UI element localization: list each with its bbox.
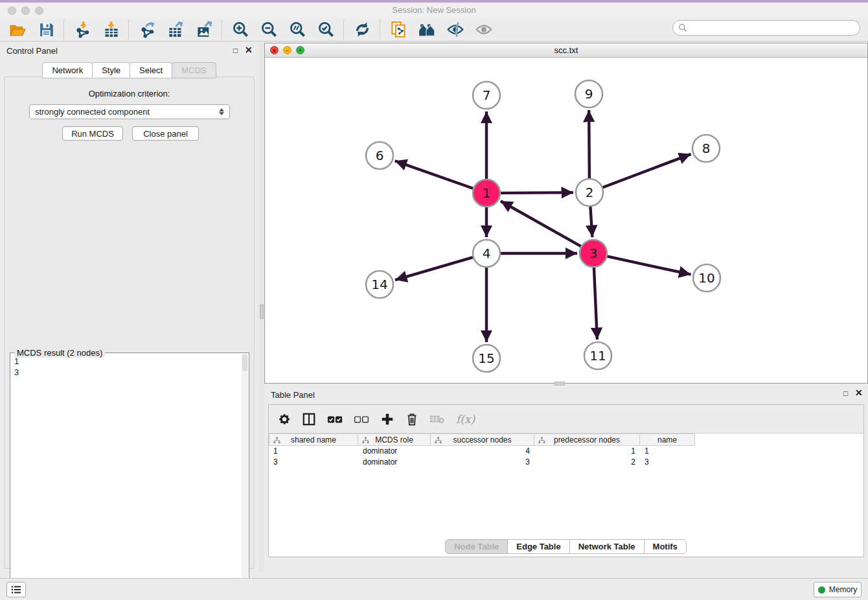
table-header-row[interactable]: shared nameMCDS rolesuccessor nodesprede… — [269, 433, 695, 446]
tab-edge-table[interactable]: Edge Table — [507, 539, 569, 554]
settings-gear-icon[interactable] — [278, 411, 291, 428]
edge-1-6[interactable] — [395, 161, 474, 188]
cell-predecessor-nodes[interactable]: 1 — [534, 446, 640, 457]
cell-MCDS-role[interactable]: dominator — [358, 446, 431, 457]
edge-2-3[interactable] — [590, 207, 592, 237]
close-panel-icon[interactable]: ✕ — [245, 45, 253, 54]
result-scrollbar-thumb[interactable] — [242, 354, 247, 371]
column-header-name[interactable]: name — [640, 433, 695, 446]
cell-predecessor-nodes[interactable]: 2 — [534, 457, 640, 468]
save-session-icon[interactable] — [37, 21, 55, 39]
export-table-icon[interactable] — [166, 21, 185, 39]
vertical-splitter[interactable] — [259, 43, 264, 571]
network-minimize-button[interactable]: − — [283, 46, 291, 54]
zoom-in-icon[interactable] — [231, 21, 249, 39]
memory-button[interactable]: Memory — [814, 582, 862, 597]
edge-1-2[interactable] — [501, 192, 573, 193]
column-header-predecessor-nodes[interactable]: predecessor nodes — [534, 433, 640, 446]
optimization-criterion-select[interactable]: strongly connected component — [29, 104, 230, 119]
zoom-window-button[interactable] — [35, 6, 43, 15]
node-14[interactable]: 14 — [366, 271, 393, 298]
cell-successor-nodes[interactable]: 3 — [431, 457, 534, 468]
column-header-MCDS-role[interactable]: MCDS role — [358, 433, 431, 446]
node-11[interactable]: 11 — [584, 342, 611, 369]
network-window-titlebar[interactable]: x − + scc.txt — [265, 43, 867, 58]
split-panel-icon[interactable] — [302, 411, 316, 428]
tab-style[interactable]: Style — [92, 62, 130, 78]
edge-2-8[interactable] — [603, 154, 691, 187]
birdseye-icon[interactable] — [446, 21, 464, 39]
delete-icon[interactable] — [405, 411, 418, 428]
edge-2-9[interactable] — [589, 110, 589, 178]
tab-network-table[interactable]: Network Table — [569, 539, 645, 554]
network-zoom-button[interactable]: + — [296, 46, 304, 54]
import-table-icon[interactable] — [102, 21, 120, 39]
node-10[interactable]: 10 — [693, 264, 720, 292]
search-icon — [678, 23, 687, 32]
edge-3-1[interactable] — [501, 201, 581, 246]
mcds-result-text[interactable]: 1 3 — [12, 356, 241, 596]
node-2[interactable]: 2 — [576, 179, 603, 206]
tab-node-table[interactable]: Node Table — [445, 539, 508, 554]
column-header-successor-nodes[interactable]: successor nodes — [431, 433, 534, 446]
cell-name[interactable]: 1 — [640, 446, 695, 457]
close-window-button[interactable] — [8, 6, 16, 15]
window-controls[interactable] — [8, 6, 43, 15]
zoom-out-icon[interactable] — [260, 21, 278, 39]
float-panel-icon[interactable]: □ — [233, 46, 238, 55]
edge-3-11[interactable] — [594, 268, 597, 340]
node-9[interactable]: 9 — [575, 80, 602, 108]
node-1[interactable]: 1 — [473, 179, 500, 207]
node-3[interactable]: 3 — [580, 240, 607, 267]
search-input[interactable] — [691, 23, 854, 33]
network-graph[interactable]: 1234678910111415 — [265, 58, 867, 383]
run-mcds-button[interactable]: Run MCDS — [62, 126, 123, 141]
minimize-window-button[interactable] — [21, 6, 30, 15]
table-rows[interactable]: 1dominator4113dominator323 — [269, 446, 695, 468]
tab-motifs[interactable]: Motifs — [644, 539, 687, 554]
select-all-columns-icon[interactable] — [327, 411, 343, 428]
delete-table-icon — [429, 411, 445, 428]
zoom-selected-icon[interactable] — [317, 21, 335, 39]
node-table[interactable]: shared nameMCDS rolesuccessor nodesprede… — [269, 433, 695, 468]
cell-shared-name[interactable]: 1 — [269, 446, 358, 457]
splitter-handle[interactable] — [260, 305, 264, 319]
close-panel-button[interactable]: Close panel — [132, 126, 199, 141]
node-15[interactable]: 15 — [473, 345, 500, 372]
import-network-icon[interactable] — [73, 21, 91, 39]
unselect-all-columns-icon[interactable] — [354, 411, 369, 428]
search-box[interactable] — [672, 20, 860, 36]
open-session-icon[interactable] — [8, 21, 27, 39]
node-8[interactable]: 8 — [692, 135, 720, 162]
close-table-panel-icon[interactable]: ✕ — [855, 388, 863, 397]
table-row[interactable]: 3dominator323 — [269, 457, 695, 468]
cell-successor-nodes[interactable]: 4 — [431, 446, 534, 457]
apply-layout-icon[interactable] — [353, 21, 371, 39]
zoom-fit-icon[interactable] — [288, 21, 306, 39]
edge-4-14[interactable] — [395, 257, 473, 280]
export-network-icon[interactable] — [138, 21, 156, 39]
export-image-icon[interactable] — [195, 21, 213, 39]
node-6[interactable]: 6 — [366, 142, 393, 169]
network-close-button[interactable]: x — [270, 46, 279, 54]
task-history-button[interactable] — [6, 582, 26, 597]
table-row[interactable]: 1dominator411 — [269, 446, 695, 457]
edge-3-10[interactable] — [607, 257, 691, 275]
result-scrollbar[interactable] — [242, 354, 248, 597]
tab-network[interactable]: Network — [42, 62, 93, 78]
clone-network-icon[interactable] — [389, 21, 407, 39]
cell-MCDS-role[interactable]: dominator — [358, 457, 431, 468]
tab-select[interactable]: Select — [130, 62, 172, 78]
network-canvas[interactable]: 1234678910111415 — [265, 58, 867, 383]
node-7[interactable]: 7 — [473, 82, 500, 109]
home-icon[interactable] — [418, 21, 436, 39]
cell-shared-name[interactable]: 3 — [269, 457, 358, 468]
cell-name[interactable]: 3 — [640, 457, 695, 468]
graphics-details-icon[interactable] — [475, 21, 493, 39]
float-table-panel-icon[interactable]: □ — [843, 389, 848, 398]
add-icon[interactable] — [380, 411, 394, 428]
tab-mcds[interactable]: MCDS — [172, 62, 216, 78]
horizontal-splitter-handle[interactable] — [554, 382, 565, 386]
column-header-shared-name[interactable]: shared name — [269, 433, 358, 446]
node-4[interactable]: 4 — [473, 240, 500, 267]
